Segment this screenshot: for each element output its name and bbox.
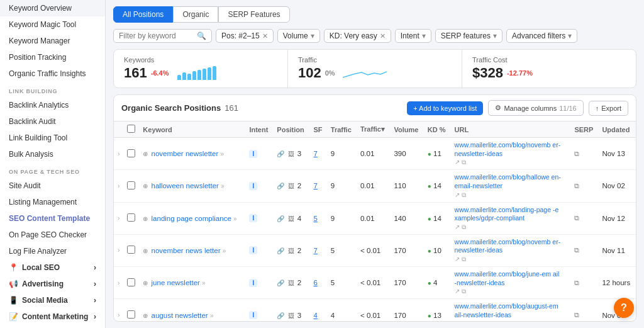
row-keyword: ⊕ landing page compliance » bbox=[139, 202, 245, 234]
sidebar-item-log-file[interactable]: Log File Analyzer bbox=[0, 243, 105, 259]
table-row: › ⊕ august newsletter » I 🔗 🖼 3 4 4 < 0.… bbox=[114, 299, 636, 321]
row-expand[interactable]: › bbox=[114, 234, 123, 266]
social-icon: 📱 bbox=[9, 296, 18, 305]
row-intent: I bbox=[245, 202, 273, 234]
data-table: Keyword Intent Position SF Traffic Traff… bbox=[114, 122, 636, 321]
sidebar-item-link-building-tool[interactable]: Link Building Tool bbox=[0, 130, 105, 146]
external-link-icon[interactable]: ↗ bbox=[455, 256, 460, 263]
keyword-filter-input[interactable] bbox=[119, 31, 194, 40]
position-value: 3 bbox=[297, 312, 301, 319]
sidebar-item-keyword-overview[interactable]: Keyword Overview bbox=[0, 0, 105, 16]
row-checkbox[interactable] bbox=[123, 234, 139, 266]
keyword-link[interactable]: landing page compliance bbox=[152, 215, 231, 222]
sidebar-item-organic-traffic[interactable]: Organic Traffic Insights bbox=[0, 65, 105, 82]
row-kd: ● 13 bbox=[424, 299, 451, 321]
keyword-link[interactable]: november newsletter bbox=[152, 150, 219, 157]
copy-icon[interactable]: ⧉ bbox=[462, 320, 466, 321]
add-to-keyword-list-button[interactable]: + Add to keyword list bbox=[407, 101, 483, 115]
chevron-down-icon: ▾ bbox=[311, 31, 314, 40]
keywords-mini-chart bbox=[177, 66, 216, 80]
volume-dropdown[interactable]: Volume ▾ bbox=[277, 29, 320, 43]
intent-dropdown[interactable]: Intent ▾ bbox=[395, 29, 431, 43]
sidebar-item-on-page-checker[interactable]: On Page SEO Checker bbox=[0, 227, 105, 243]
sidebar-item-backlink-analytics[interactable]: Backlink Analytics bbox=[0, 97, 105, 113]
copy-icon[interactable]: ⧉ bbox=[462, 256, 466, 263]
sidebar-group-local-seo[interactable]: 📍Local SEO › bbox=[0, 259, 105, 276]
serp-features-dropdown[interactable]: SERP features ▾ bbox=[435, 29, 502, 43]
sidebar-item-seo-content-template[interactable]: SEO Content Template bbox=[0, 210, 105, 227]
col-traffic-pct: Traffic▾ bbox=[357, 122, 390, 138]
keyword-link[interactable]: june newsletter bbox=[152, 279, 200, 286]
keyword-link[interactable]: halloween newsletter bbox=[152, 182, 219, 189]
help-button[interactable]: ? bbox=[614, 298, 634, 318]
export-button[interactable]: ↑ Export bbox=[589, 101, 628, 116]
manage-columns-button[interactable]: ⚙ Manage columns 11/16 bbox=[488, 100, 583, 116]
url-link[interactable]: www.mailerlite.com/landing-page -example… bbox=[455, 206, 562, 223]
sidebar-group-social-media[interactable]: 📱Social Media › bbox=[0, 292, 105, 308]
row-expand[interactable]: › bbox=[114, 267, 123, 299]
copy-icon[interactable]: ⧉ bbox=[462, 191, 466, 198]
row-expand[interactable]: › bbox=[114, 299, 123, 321]
row-expand[interactable]: › bbox=[114, 202, 123, 234]
serp-icon[interactable]: ⧉ bbox=[574, 150, 579, 157]
sidebar-item-keyword-manager[interactable]: Keyword Manager bbox=[0, 33, 105, 49]
table-scroll[interactable]: Keyword Intent Position SF Traffic Traff… bbox=[114, 122, 636, 321]
row-checkbox[interactable] bbox=[123, 170, 139, 202]
row-url: www.mailerlite.com/blog/june-em ail-news… bbox=[451, 267, 571, 299]
row-expand[interactable]: › bbox=[114, 170, 123, 202]
select-all-checkbox[interactable] bbox=[127, 125, 135, 133]
external-link-icon[interactable]: ↗ bbox=[455, 223, 460, 230]
advanced-filters-dropdown[interactable]: Advanced filters ▾ bbox=[506, 29, 577, 43]
external-link-icon[interactable]: ↗ bbox=[455, 159, 460, 166]
copy-icon[interactable]: ⧉ bbox=[462, 223, 466, 230]
external-link-icon[interactable]: ↗ bbox=[455, 288, 460, 295]
external-link-icon[interactable]: ↗ bbox=[455, 191, 460, 198]
filter-chip-kd[interactable]: KD: Very easy ✕ bbox=[324, 29, 391, 43]
sidebar-item-bulk-analysis[interactable]: Bulk Analysis bbox=[0, 146, 105, 162]
serp-icon[interactable]: ⧉ bbox=[574, 182, 579, 189]
url-link[interactable]: www.mailerlite.com/blog/hallowe en-email… bbox=[455, 173, 562, 190]
url-link[interactable]: www.mailerlite.com/blog/august-email-new… bbox=[455, 302, 562, 319]
url-link[interactable]: www.mailerlite.com/blog/novemb er-newsle… bbox=[455, 141, 562, 158]
filter-chip-position[interactable]: Pos: #2–15 ✕ bbox=[216, 29, 274, 43]
keyword-filter-wrap[interactable]: 🔍 bbox=[113, 29, 212, 43]
sidebar-group-trends[interactable]: 📈.Trends › bbox=[0, 325, 105, 328]
sidebar-item-backlink-audit[interactable]: Backlink Audit bbox=[0, 113, 105, 130]
sidebar-group-content-marketing[interactable]: 📝Content Marketing › bbox=[0, 308, 105, 325]
sidebar-item-keyword-magic[interactable]: Keyword Magic Tool bbox=[0, 16, 105, 33]
add-keyword-icon[interactable]: ⊕ bbox=[143, 215, 148, 222]
sidebar-item-listing-management[interactable]: Listing Management bbox=[0, 194, 105, 210]
copy-icon[interactable]: ⧉ bbox=[462, 288, 466, 295]
external-link-icon[interactable]: ↗ bbox=[455, 320, 460, 321]
add-keyword-icon[interactable]: ⊕ bbox=[143, 247, 148, 254]
sidebar-item-site-audit[interactable]: Site Audit bbox=[0, 178, 105, 194]
row-checkbox[interactable] bbox=[123, 202, 139, 234]
remove-kd-filter-icon[interactable]: ✕ bbox=[380, 32, 386, 40]
row-checkbox[interactable] bbox=[123, 138, 139, 170]
row-expand[interactable]: › bbox=[114, 138, 123, 170]
remove-position-filter-icon[interactable]: ✕ bbox=[262, 32, 268, 40]
row-updated: Nov 02 bbox=[598, 170, 636, 202]
serp-icon[interactable]: ⧉ bbox=[574, 246, 579, 254]
position-value: 4 bbox=[297, 215, 301, 222]
tab-all-positions[interactable]: All Positions bbox=[113, 6, 173, 23]
add-keyword-icon[interactable]: ⊕ bbox=[143, 150, 148, 157]
tab-organic[interactable]: Organic bbox=[173, 6, 218, 23]
serp-icon[interactable]: ⧉ bbox=[574, 311, 579, 319]
row-checkbox[interactable] bbox=[123, 299, 139, 321]
keyword-link[interactable]: august newsletter bbox=[152, 312, 208, 319]
row-checkbox[interactable] bbox=[123, 267, 139, 299]
copy-icon[interactable]: ⧉ bbox=[462, 159, 466, 166]
url-link[interactable]: www.mailerlite.com/blog/june-em ail-news… bbox=[455, 270, 562, 287]
add-keyword-icon[interactable]: ⊕ bbox=[143, 312, 148, 319]
add-keyword-icon[interactable]: ⊕ bbox=[143, 183, 148, 189]
sidebar-group-advertising[interactable]: 📢Advertising › bbox=[0, 276, 105, 292]
serp-icon[interactable]: ⧉ bbox=[574, 279, 579, 286]
serp-icon[interactable]: ⧉ bbox=[574, 214, 579, 222]
url-link[interactable]: www.mailerlite.com/blog/novemb er-newsle… bbox=[455, 238, 562, 255]
sidebar-item-position-tracking[interactable]: Position Tracking bbox=[0, 49, 105, 65]
tab-serp-features[interactable]: SERP Features bbox=[218, 6, 289, 23]
add-keyword-icon[interactable]: ⊕ bbox=[143, 280, 148, 286]
keyword-link[interactable]: november news letter bbox=[152, 247, 221, 254]
main-content: All Positions Organic SERP Features 🔍 Po… bbox=[106, 0, 644, 328]
